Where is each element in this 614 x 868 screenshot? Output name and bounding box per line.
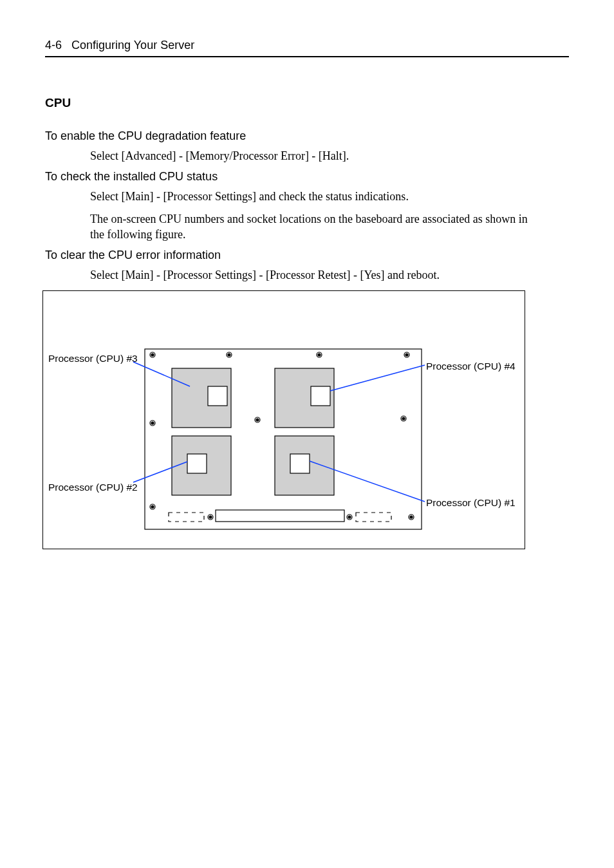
subheading: To clear the CPU error information (45, 249, 569, 262)
svg-rect-9 (216, 510, 344, 522)
svg-point-13 (151, 354, 154, 356)
svg-point-27 (151, 505, 154, 508)
svg-point-19 (405, 354, 408, 356)
svg-point-17 (318, 354, 321, 356)
body-paragraph: Select [Main] - [Processor Settings] - [… (90, 267, 528, 283)
body-paragraph: The on-screen CPU numbers and socket loc… (90, 211, 528, 243)
baseboard-figure: Processor (CPU) #3 Processor (CPU) #4 Pr… (42, 290, 525, 549)
subheading: To check the installed CPU status (45, 170, 569, 184)
svg-rect-7 (187, 454, 207, 473)
chapter-title: Configuring Your Server (71, 39, 194, 52)
page: 4-6 Configuring Your Server CPU To enabl… (0, 0, 614, 868)
body-paragraph: Select [Main] - [Processor Settings] and… (90, 189, 528, 204)
svg-point-29 (209, 516, 212, 518)
header-rule (45, 56, 569, 57)
svg-point-33 (410, 516, 413, 518)
svg-point-31 (348, 516, 351, 518)
subheading: To enable the CPU degradation feature (45, 129, 569, 143)
svg-rect-5 (208, 386, 227, 406)
svg-rect-11 (356, 513, 391, 522)
page-number: 4-6 (45, 39, 62, 52)
baseboard-svg (43, 291, 525, 549)
svg-rect-10 (169, 513, 204, 522)
svg-line-35 (330, 365, 425, 391)
svg-point-21 (151, 422, 154, 424)
body-paragraph: Select [Advanced] - [Memory/Processor Er… (90, 148, 528, 164)
svg-rect-8 (290, 454, 310, 473)
svg-rect-6 (311, 386, 330, 406)
svg-point-25 (402, 417, 405, 420)
page-header: 4-6 Configuring Your Server (45, 39, 569, 52)
svg-point-23 (256, 419, 259, 421)
section-title: CPU (45, 96, 569, 110)
svg-point-15 (228, 354, 230, 356)
